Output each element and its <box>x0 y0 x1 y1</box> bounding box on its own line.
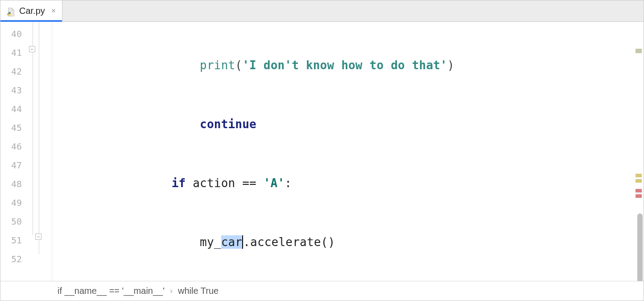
line-number: 52 <box>0 250 28 268</box>
scrollbar-thumb[interactable] <box>637 213 643 281</box>
line-number: 49 <box>0 193 28 212</box>
line-number: 51 <box>0 231 28 250</box>
line-number: 48 <box>0 175 28 193</box>
python-file-icon <box>6 6 16 16</box>
code-area[interactable]: print('I don't know how to do that') con… <box>52 22 644 281</box>
tab-close-icon[interactable]: × <box>51 6 56 16</box>
line-number: 41 <box>0 43 28 62</box>
editor-body: 40 41 42 43 44 45 46 47 48 49 50 51 52 −… <box>0 22 644 281</box>
line-number: 44 <box>0 100 28 118</box>
line-number: 40 <box>0 25 28 43</box>
code-line[interactable]: print('I don't know how to do that') <box>52 56 644 75</box>
fold-guide-line <box>39 22 39 254</box>
line-number: 46 <box>0 137 28 156</box>
line-number: 47 <box>0 156 28 175</box>
fold-gutter: − − <box>28 22 52 281</box>
code-line[interactable]: if action == 'A': <box>52 174 644 192</box>
breadcrumb: if __name__ == '__main__' › while True <box>0 281 644 301</box>
line-number-gutter: 40 41 42 43 44 45 46 47 48 49 50 51 52 <box>0 22 28 281</box>
breadcrumb-segment[interactable]: if __name__ == '__main__' <box>58 286 165 296</box>
line-number: 50 <box>0 212 28 231</box>
vertical-scrollbar[interactable] <box>636 44 644 261</box>
chevron-right-icon: › <box>170 286 173 296</box>
fold-guide-line <box>33 22 33 235</box>
fold-handle-icon[interactable]: − <box>35 234 41 240</box>
ide-frame: Car.py × 40 41 42 43 44 45 46 47 48 49 5… <box>0 0 644 301</box>
fold-handle-icon[interactable]: − <box>29 46 35 52</box>
svg-point-0 <box>8 12 9 13</box>
tab-bar: Car.py × <box>0 0 644 22</box>
code-line[interactable]: continue <box>52 115 644 134</box>
line-number: 43 <box>0 81 28 100</box>
line-number: 42 <box>0 62 28 81</box>
breadcrumb-segment[interactable]: while True <box>178 286 219 296</box>
code-line[interactable]: my_car.accelerate() <box>52 233 644 251</box>
tab-filename: Car.py <box>19 6 45 16</box>
svg-point-1 <box>9 15 10 16</box>
tab-car-py[interactable]: Car.py × <box>0 0 62 21</box>
search-highlight: car <box>221 235 244 249</box>
line-number: 45 <box>0 118 28 137</box>
